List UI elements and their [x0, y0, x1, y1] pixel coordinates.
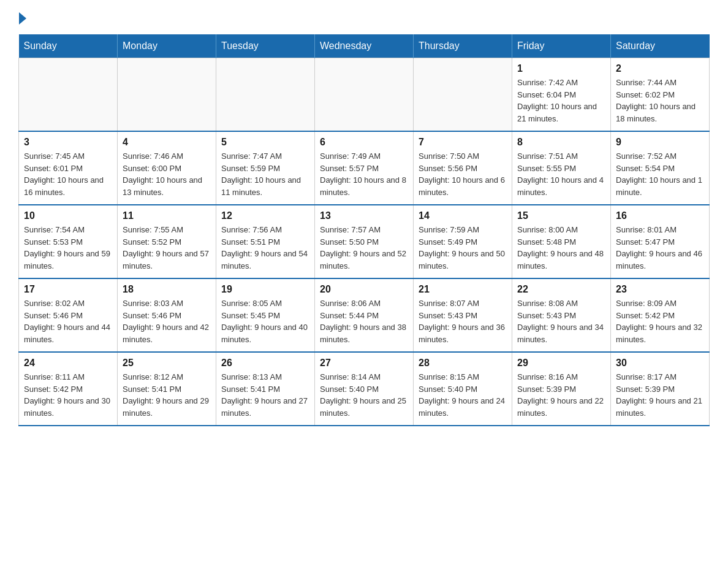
day-number: 26 [221, 358, 309, 369]
day-number: 13 [320, 210, 408, 221]
calendar-day-header: Thursday [414, 34, 512, 58]
calendar-cell: 20Sunrise: 8:06 AM Sunset: 5:44 PM Dayli… [315, 278, 414, 352]
calendar-cell: 13Sunrise: 7:57 AM Sunset: 5:50 PM Dayli… [315, 205, 414, 278]
calendar-cell: 16Sunrise: 8:01 AM Sunset: 5:47 PM Dayli… [611, 205, 710, 278]
calendar-cell: 15Sunrise: 8:00 AM Sunset: 5:48 PM Dayli… [512, 205, 611, 278]
calendar-cell [315, 58, 414, 132]
calendar-week-row: 24Sunrise: 8:11 AM Sunset: 5:42 PM Dayli… [19, 352, 710, 426]
calendar-table: SundayMondayTuesdayWednesdayThursdayFrid… [18, 34, 710, 426]
day-info: Sunrise: 7:56 AM Sunset: 5:51 PM Dayligh… [221, 224, 309, 272]
day-number: 6 [320, 137, 408, 148]
calendar-cell: 27Sunrise: 8:14 AM Sunset: 5:40 PM Dayli… [315, 352, 414, 426]
day-number: 21 [419, 284, 507, 295]
day-info: Sunrise: 7:52 AM Sunset: 5:54 PM Dayligh… [616, 150, 704, 198]
day-number: 8 [517, 137, 605, 148]
calendar-cell: 10Sunrise: 7:54 AM Sunset: 5:53 PM Dayli… [19, 205, 118, 278]
day-info: Sunrise: 8:17 AM Sunset: 5:39 PM Dayligh… [616, 371, 704, 419]
calendar-cell [19, 58, 118, 132]
calendar-cell: 24Sunrise: 8:11 AM Sunset: 5:42 PM Dayli… [19, 352, 118, 426]
day-number: 14 [419, 210, 507, 221]
calendar-week-row: 17Sunrise: 8:02 AM Sunset: 5:46 PM Dayli… [19, 278, 710, 352]
day-info: Sunrise: 8:02 AM Sunset: 5:46 PM Dayligh… [24, 297, 112, 345]
day-info: Sunrise: 8:11 AM Sunset: 5:42 PM Dayligh… [24, 371, 112, 419]
day-number: 16 [616, 210, 704, 221]
day-number: 20 [320, 284, 408, 295]
day-info: Sunrise: 7:44 AM Sunset: 6:02 PM Dayligh… [616, 77, 704, 124]
day-number: 25 [123, 358, 211, 369]
day-number: 19 [221, 284, 309, 295]
logo-triangle-icon [19, 12, 26, 25]
day-number: 9 [616, 137, 704, 148]
calendar-cell: 17Sunrise: 8:02 AM Sunset: 5:46 PM Dayli… [19, 278, 118, 352]
page-header [18, 12, 710, 25]
day-info: Sunrise: 7:49 AM Sunset: 5:57 PM Dayligh… [320, 150, 408, 198]
calendar-day-header: Friday [512, 34, 611, 58]
calendar-day-header: Saturday [611, 34, 710, 58]
day-info: Sunrise: 8:09 AM Sunset: 5:42 PM Dayligh… [616, 297, 704, 345]
calendar-cell: 12Sunrise: 7:56 AM Sunset: 5:51 PM Dayli… [216, 205, 315, 278]
calendar-cell: 30Sunrise: 8:17 AM Sunset: 5:39 PM Dayli… [611, 352, 710, 426]
calendar-cell [414, 58, 512, 132]
day-number: 18 [123, 284, 211, 295]
calendar-day-header: Monday [118, 34, 216, 58]
day-number: 10 [24, 210, 112, 221]
day-info: Sunrise: 8:15 AM Sunset: 5:40 PM Dayligh… [419, 371, 507, 419]
calendar-day-header: Tuesday [216, 34, 315, 58]
day-info: Sunrise: 7:47 AM Sunset: 5:59 PM Dayligh… [221, 150, 309, 198]
day-number: 27 [320, 358, 408, 369]
calendar-cell: 1Sunrise: 7:42 AM Sunset: 6:04 PM Daylig… [512, 58, 611, 132]
calendar-header-row: SundayMondayTuesdayWednesdayThursdayFrid… [19, 34, 710, 58]
day-number: 17 [24, 284, 112, 295]
day-info: Sunrise: 7:55 AM Sunset: 5:52 PM Dayligh… [123, 224, 211, 272]
day-info: Sunrise: 8:05 AM Sunset: 5:45 PM Dayligh… [221, 297, 309, 345]
calendar-cell: 11Sunrise: 7:55 AM Sunset: 5:52 PM Dayli… [118, 205, 216, 278]
day-number: 4 [123, 137, 211, 148]
calendar-cell [118, 58, 216, 132]
calendar-cell: 14Sunrise: 7:59 AM Sunset: 5:49 PM Dayli… [414, 205, 512, 278]
calendar-cell: 4Sunrise: 7:46 AM Sunset: 6:00 PM Daylig… [118, 131, 216, 205]
calendar-cell: 28Sunrise: 8:15 AM Sunset: 5:40 PM Dayli… [414, 352, 512, 426]
day-info: Sunrise: 7:42 AM Sunset: 6:04 PM Dayligh… [517, 77, 605, 124]
calendar-cell: 8Sunrise: 7:51 AM Sunset: 5:55 PM Daylig… [512, 131, 611, 205]
day-info: Sunrise: 8:01 AM Sunset: 5:47 PM Dayligh… [616, 224, 704, 272]
calendar-cell: 22Sunrise: 8:08 AM Sunset: 5:43 PM Dayli… [512, 278, 611, 352]
day-number: 24 [24, 358, 112, 369]
calendar-cell [216, 58, 315, 132]
day-info: Sunrise: 7:51 AM Sunset: 5:55 PM Dayligh… [517, 150, 605, 198]
day-info: Sunrise: 7:50 AM Sunset: 5:56 PM Dayligh… [419, 150, 507, 198]
calendar-cell: 2Sunrise: 7:44 AM Sunset: 6:02 PM Daylig… [611, 58, 710, 132]
day-number: 30 [616, 358, 704, 369]
day-info: Sunrise: 8:08 AM Sunset: 5:43 PM Dayligh… [517, 297, 605, 345]
day-number: 3 [24, 137, 112, 148]
day-number: 2 [616, 63, 704, 74]
calendar-week-row: 10Sunrise: 7:54 AM Sunset: 5:53 PM Dayli… [19, 205, 710, 278]
calendar-cell: 25Sunrise: 8:12 AM Sunset: 5:41 PM Dayli… [118, 352, 216, 426]
day-info: Sunrise: 7:54 AM Sunset: 5:53 PM Dayligh… [24, 224, 112, 272]
day-number: 1 [517, 63, 605, 74]
calendar-cell: 7Sunrise: 7:50 AM Sunset: 5:56 PM Daylig… [414, 131, 512, 205]
day-info: Sunrise: 8:07 AM Sunset: 5:43 PM Dayligh… [419, 297, 507, 345]
calendar-cell: 26Sunrise: 8:13 AM Sunset: 5:41 PM Dayli… [216, 352, 315, 426]
calendar-cell: 23Sunrise: 8:09 AM Sunset: 5:42 PM Dayli… [611, 278, 710, 352]
day-info: Sunrise: 8:14 AM Sunset: 5:40 PM Dayligh… [320, 371, 408, 419]
calendar-day-header: Wednesday [315, 34, 414, 58]
day-info: Sunrise: 7:46 AM Sunset: 6:00 PM Dayligh… [123, 150, 211, 198]
day-number: 29 [517, 358, 605, 369]
day-number: 11 [123, 210, 211, 221]
calendar-cell: 5Sunrise: 7:47 AM Sunset: 5:59 PM Daylig… [216, 131, 315, 205]
day-info: Sunrise: 8:16 AM Sunset: 5:39 PM Dayligh… [517, 371, 605, 419]
calendar-cell: 18Sunrise: 8:03 AM Sunset: 5:46 PM Dayli… [118, 278, 216, 352]
calendar-cell: 9Sunrise: 7:52 AM Sunset: 5:54 PM Daylig… [611, 131, 710, 205]
day-number: 15 [517, 210, 605, 221]
day-number: 22 [517, 284, 605, 295]
day-info: Sunrise: 7:59 AM Sunset: 5:49 PM Dayligh… [419, 224, 507, 272]
calendar-week-row: 1Sunrise: 7:42 AM Sunset: 6:04 PM Daylig… [19, 58, 710, 132]
calendar-cell: 3Sunrise: 7:45 AM Sunset: 6:01 PM Daylig… [19, 131, 118, 205]
day-info: Sunrise: 7:45 AM Sunset: 6:01 PM Dayligh… [24, 150, 112, 198]
day-info: Sunrise: 8:00 AM Sunset: 5:48 PM Dayligh… [517, 224, 605, 272]
day-info: Sunrise: 8:03 AM Sunset: 5:46 PM Dayligh… [123, 297, 211, 345]
day-number: 5 [221, 137, 309, 148]
logo [18, 12, 26, 25]
day-number: 12 [221, 210, 309, 221]
day-info: Sunrise: 8:13 AM Sunset: 5:41 PM Dayligh… [221, 371, 309, 419]
